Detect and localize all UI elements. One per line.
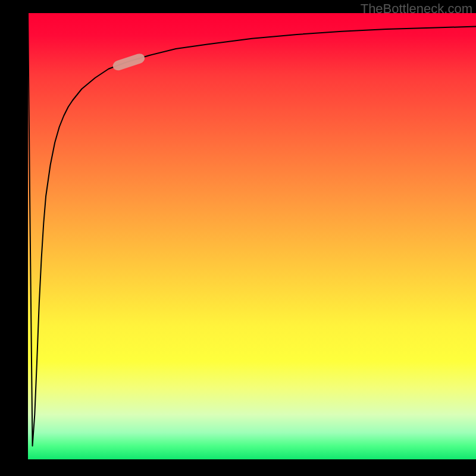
highlight-segment (111, 52, 146, 72)
chart-svg (28, 13, 476, 459)
data-curve (28, 13, 476, 446)
watermark-text: TheBottleneck.com (361, 1, 472, 17)
plot-background (28, 13, 476, 459)
